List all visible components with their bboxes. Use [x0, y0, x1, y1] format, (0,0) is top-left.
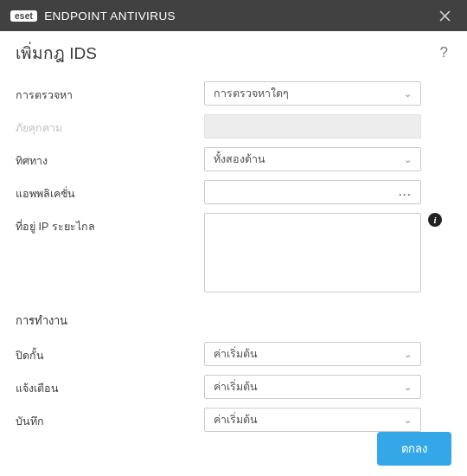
- label-threat: ภัยคุกคาม: [16, 114, 204, 137]
- select-direction-value: ทั้งสองด้าน: [214, 151, 265, 168]
- browse-icon: ...: [399, 186, 412, 198]
- select-block-value: ค่าเริ่มต้น: [214, 345, 258, 363]
- label-notify: แจ้งเตือน: [16, 375, 204, 397]
- chevron-down-icon: ⌄: [404, 415, 412, 426]
- page-title: เพิ่มกฎ IDS: [16, 40, 97, 66]
- label-block: ปิดกั้น: [16, 342, 204, 364]
- select-log-value: ค่าเริ่มต้น: [214, 411, 258, 428]
- select-detection[interactable]: การตรวจหาใดๆ ⌄: [204, 81, 421, 106]
- label-detection: การตรวจหา: [16, 81, 204, 104]
- chevron-down-icon: ⌄: [404, 382, 412, 393]
- brand-badge: eset: [10, 10, 37, 22]
- label-remote-ip: ที่อยู่ IP ระยะไกล: [16, 213, 204, 235]
- select-detection-value: การตรวจหาใดๆ: [214, 85, 289, 102]
- submit-button[interactable]: ตกลง: [377, 432, 451, 466]
- label-direction: ทิศทาง: [16, 147, 204, 170]
- input-application[interactable]: ...: [204, 180, 421, 204]
- chevron-down-icon: ⌄: [404, 88, 412, 100]
- titlebar: eset ENDPOINT ANTIVIRUS: [0, 0, 467, 31]
- select-notify[interactable]: ค่าเริ่มต้น ⌄: [204, 375, 421, 399]
- chevron-down-icon: ⌄: [404, 349, 412, 360]
- input-threat: [204, 114, 421, 138]
- window-title: ENDPOINT ANTIVIRUS: [44, 10, 431, 23]
- select-notify-value: ค่าเริ่มต้น: [214, 378, 258, 396]
- chevron-down-icon: ⌄: [404, 154, 412, 165]
- section-action: การทํางาน: [16, 312, 451, 330]
- info-icon[interactable]: i: [428, 213, 442, 227]
- textarea-remote-ip[interactable]: [204, 213, 421, 293]
- help-icon[interactable]: ?: [440, 44, 451, 61]
- label-log: บันทึก: [16, 408, 204, 430]
- label-application: แอพพลิเคชั่น: [16, 180, 204, 203]
- select-direction[interactable]: ทั้งสองด้าน ⌄: [204, 147, 421, 171]
- select-log[interactable]: ค่าเริ่มต้น ⌄: [204, 408, 421, 432]
- close-icon[interactable]: [431, 2, 458, 29]
- select-block[interactable]: ค่าเริ่มต้น ⌄: [204, 342, 421, 366]
